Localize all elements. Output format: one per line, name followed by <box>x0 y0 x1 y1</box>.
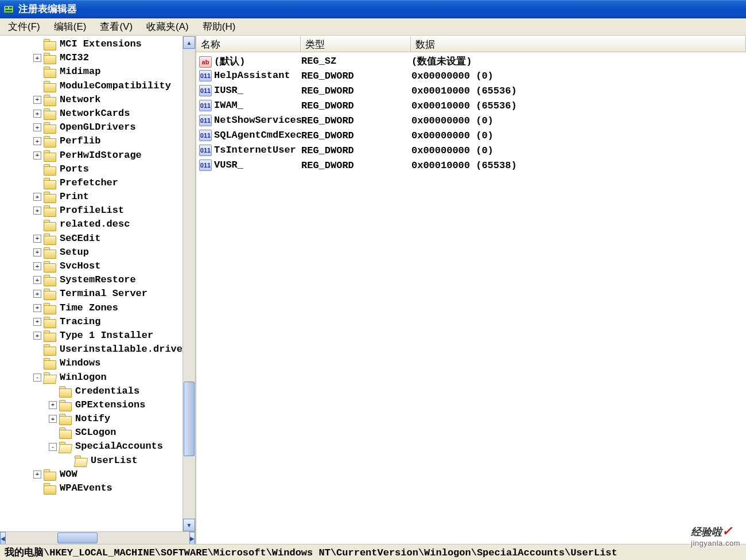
column-type[interactable]: 类型 <box>301 36 411 52</box>
tree-node[interactable]: +GPExtensions <box>0 398 182 412</box>
expand-icon[interactable]: + <box>33 276 41 284</box>
tree-node[interactable]: +SeCEdit <box>0 232 182 246</box>
menu-view[interactable]: 查看(V) <box>96 19 136 34</box>
expand-icon[interactable]: + <box>33 235 41 243</box>
tree-node[interactable]: MCI Extensions <box>0 37 182 51</box>
tree-node[interactable]: +OpenGLDrivers <box>0 120 182 134</box>
svg-rect-3 <box>5 10 12 11</box>
tree-node[interactable]: +WOW <box>0 468 182 481</box>
expand-icon[interactable]: + <box>33 470 41 479</box>
expand-icon[interactable]: + <box>33 290 41 298</box>
folder-icon <box>44 469 56 480</box>
collapse-icon[interactable]: - <box>49 443 57 451</box>
hscroll-track[interactable] <box>6 532 189 544</box>
tree-node[interactable]: +ProfileList <box>0 204 182 217</box>
scroll-track[interactable] <box>183 49 195 519</box>
binary-value-icon: 011 <box>199 70 212 81</box>
column-name[interactable]: 名称 <box>196 36 301 52</box>
value-row[interactable]: 011IWAM_REG_DWORD0x00010000 (65536) <box>199 98 746 113</box>
collapse-icon[interactable]: - <box>33 374 41 382</box>
folder-icon <box>44 81 56 91</box>
folder-icon <box>44 53 56 63</box>
horizontal-scrollbar[interactable]: ◀ ▶ <box>0 531 195 544</box>
expand-icon[interactable]: + <box>33 96 41 104</box>
tree-label: Time Zones <box>60 301 118 315</box>
expand-icon[interactable]: + <box>33 304 41 312</box>
tree-node[interactable]: UserList <box>0 454 182 468</box>
binary-value-icon: 011 <box>199 100 212 111</box>
expand-icon[interactable]: + <box>49 415 57 423</box>
menu-edit[interactable]: 编辑(E) <box>50 19 90 34</box>
tree-label: Ports <box>60 162 89 176</box>
scroll-down-button[interactable]: ▼ <box>183 519 195 531</box>
value-row[interactable]: 011NetShowServicesREG_DWORD0x00000000 (0… <box>199 113 746 128</box>
expand-icon[interactable]: + <box>33 54 41 62</box>
scroll-thumb[interactable] <box>184 382 195 456</box>
tree-node[interactable]: +SvcHost <box>0 259 182 273</box>
tree-node[interactable]: +Notify <box>0 412 182 426</box>
tree-node[interactable]: +Perflib <box>0 134 182 148</box>
tree-node[interactable]: Credentials <box>0 384 182 398</box>
expand-icon[interactable]: + <box>33 137 41 145</box>
expand-icon[interactable]: + <box>33 318 41 326</box>
tree-label: Terminal Server <box>60 287 147 301</box>
value-name: HelpAssistant <box>214 70 290 81</box>
tree-node[interactable]: +SystemRestore <box>0 273 182 287</box>
scroll-right-button[interactable]: ▶ <box>189 532 195 544</box>
tree-node[interactable]: +Print <box>0 190 182 204</box>
value-row[interactable]: 011TsInternetUserREG_DWORD0x00000000 (0) <box>199 143 746 158</box>
scroll-up-button[interactable]: ▲ <box>183 36 195 49</box>
folder-icon <box>44 136 56 146</box>
expand-icon[interactable]: + <box>33 123 41 131</box>
value-row[interactable]: 011HelpAssistantREG_DWORD0x00000000 (0) <box>199 68 746 83</box>
expand-icon[interactable]: + <box>33 110 41 118</box>
tree-node[interactable]: +Time Zones <box>0 301 182 315</box>
tree-label: Credentials <box>75 384 139 398</box>
tree-node[interactable]: +Network <box>0 93 182 107</box>
menu-help[interactable]: 帮助(H) <box>199 19 239 34</box>
tree-node[interactable]: +Setup <box>0 246 182 259</box>
column-data[interactable]: 数据 <box>411 36 746 52</box>
tree-node[interactable]: -SpecialAccounts <box>0 440 182 453</box>
tree-node[interactable]: Midimap <box>0 65 182 79</box>
tree-node[interactable]: Prefetcher <box>0 176 182 190</box>
expand-icon[interactable]: + <box>49 401 57 409</box>
folder-icon <box>44 220 56 230</box>
tree-node[interactable]: +PerHwIdStorage <box>0 149 182 162</box>
value-row[interactable]: 011VUSR_REG_DWORD0x00010000 (65538) <box>199 158 746 173</box>
tree-node[interactable]: +Tracing <box>0 315 182 329</box>
value-row[interactable]: 011SQLAgentCmdExecREG_DWORD0x00000000 (0… <box>199 128 746 143</box>
tree-node[interactable]: SCLogon <box>0 426 182 440</box>
value-data: 0x00010000 (65536) <box>411 100 746 111</box>
binary-value-icon: 011 <box>199 160 212 171</box>
tree-node[interactable]: +NetworkCards <box>0 107 182 120</box>
hscroll-thumb[interactable] <box>57 532 98 543</box>
expand-icon[interactable]: + <box>33 332 41 340</box>
value-row[interactable]: ab(默认)REG_SZ(数值未设置) <box>199 53 746 68</box>
expand-icon[interactable]: + <box>33 262 41 270</box>
expand-icon[interactable]: + <box>33 193 41 201</box>
status-path: 我的电脑\HKEY_LOCAL_MACHINE\SOFTWARE\Microso… <box>5 546 617 559</box>
value-type: REG_DWORD <box>301 71 411 81</box>
tree-node[interactable]: Windows <box>0 356 182 370</box>
tree-node[interactable]: WPAEvents <box>0 481 182 495</box>
tree-node[interactable]: -Winlogon <box>0 371 182 384</box>
tree-node[interactable]: related.desc <box>0 217 182 231</box>
tree-view[interactable]: MCI Extensions+MCI32MidimapModuleCompati… <box>0 36 182 531</box>
tree-node[interactable]: +MCI32 <box>0 51 182 65</box>
vertical-scrollbar[interactable]: ▲ ▼ <box>182 36 195 531</box>
folder-icon <box>44 303 56 313</box>
tree-node[interactable]: Userinstallable.drive <box>0 343 182 356</box>
value-row[interactable]: 011IUSR_REG_DWORD0x00010000 (65536) <box>199 83 746 98</box>
value-list[interactable]: ab(默认)REG_SZ(数值未设置)011HelpAssistantREG_D… <box>196 52 746 544</box>
menu-file[interactable]: 文件(F) <box>5 19 44 34</box>
expand-icon[interactable]: + <box>33 248 41 256</box>
scroll-left-button[interactable]: ◀ <box>0 532 6 544</box>
menu-favorites[interactable]: 收藏夹(A) <box>143 19 192 34</box>
expand-icon[interactable]: + <box>33 151 41 160</box>
expand-icon[interactable]: + <box>33 207 41 215</box>
tree-node[interactable]: Ports <box>0 162 182 176</box>
tree-node[interactable]: +Terminal Server <box>0 287 182 301</box>
tree-node[interactable]: ModuleCompatibility <box>0 79 182 93</box>
tree-node[interactable]: +Type 1 Installer <box>0 329 182 343</box>
